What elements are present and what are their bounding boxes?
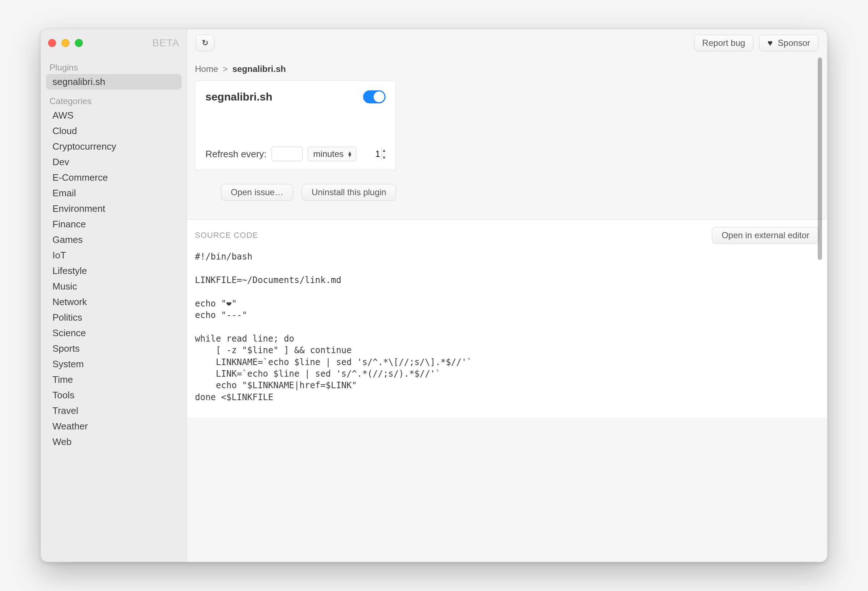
source-code-label: SOURCE CODE [195,231,258,240]
source-header: SOURCE CODE Open in external editor [187,220,827,244]
sponsor-label: Sponsor [778,38,810,48]
refresh-unit-value: minutes [313,149,344,159]
sidebar-category-item[interactable]: Sports [46,341,182,357]
plugin-title: segnalibri.sh [205,91,272,103]
sidebar-plugin-item[interactable]: segnalibri.sh [46,74,182,90]
sidebar-category-item[interactable]: IoT [46,248,182,263]
sidebar-category-item[interactable]: Network [46,294,182,310]
app-window: BETA Plugins segnalibri.sh Categories AW… [40,29,828,562]
sidebar-category-item[interactable]: Tools [46,388,182,403]
sidebar-category-item[interactable]: Email [46,186,182,201]
sidebar-category-item[interactable]: Web [46,434,182,450]
content-scroll[interactable]: Home > segnalibri.sh segnalibri.sh Refre… [187,57,827,562]
refresh-button[interactable]: ↻ [196,35,214,51]
breadcrumb-current: segnalibri.sh [232,64,286,74]
refresh-stepper[interactable]: ▲ ▼ [382,147,386,161]
sidebar-category-item[interactable]: Dev [46,154,182,170]
sidebar-category-item[interactable]: Science [46,325,182,341]
sidebar-category-item[interactable]: Cryptocurrency [46,139,182,154]
titlebar: BETA [41,29,187,57]
plugin-enable-toggle[interactable] [363,90,385,103]
sidebar-category-item[interactable]: Music [46,279,182,294]
uninstall-label: Uninstall this plugin [311,187,386,197]
sidebar-category-item[interactable]: Environment [46,201,182,217]
sidebar-section-plugins: Plugins [46,60,182,74]
sidebar-category-item[interactable]: Time [46,372,182,388]
report-bug-label: Report bug [703,38,745,48]
stepper-up-icon[interactable]: ▲ [382,147,386,154]
refresh-label: Refresh every: [205,149,267,160]
report-bug-button[interactable]: Report bug [694,35,754,51]
refresh-value-field[interactable]: ▲ ▼ [272,147,303,161]
close-window-button[interactable] [48,39,56,47]
sidebar-category-item[interactable]: Weather [46,419,182,434]
sidebar-category-item[interactable]: System [46,357,182,372]
open-external-editor-button[interactable]: Open in external editor [712,227,819,244]
window-controls [48,39,83,47]
uninstall-button[interactable]: Uninstall this plugin [302,184,396,200]
open-external-editor-label: Open in external editor [722,230,809,240]
main-area: ↻ Report bug ♥ Sponsor Home > segnalibri… [187,29,827,562]
sidebar-category-item[interactable]: Politics [46,310,182,325]
minimize-window-button[interactable] [62,39,69,47]
beta-badge: BETA [152,37,179,49]
stepper-down-icon[interactable]: ▼ [382,154,386,161]
refresh-icon: ↻ [202,38,208,48]
refresh-unit-select[interactable]: minutes ▲▼ [308,147,356,161]
breadcrumb-separator: > [223,64,228,74]
fullscreen-window-button[interactable] [75,39,83,47]
sponsor-button[interactable]: ♥ Sponsor [759,35,818,51]
select-chevron-icon: ▲▼ [347,151,352,157]
source-code: #!/bin/bash LINKFILE=~/Documents/link.md… [187,244,827,417]
open-issue-button[interactable]: Open issue… [221,184,293,200]
sidebar-category-item[interactable]: Cloud [46,123,182,139]
sidebar-category-item[interactable]: Games [46,232,182,248]
breadcrumb-home[interactable]: Home [195,64,218,74]
sidebar-section-categories: Categories [46,94,182,108]
sidebar-category-item[interactable]: AWS [46,108,182,123]
heart-icon: ♥ [768,38,772,48]
sidebar-category-item[interactable]: E-Commerce [46,170,182,186]
open-issue-label: Open issue… [231,187,283,197]
toolbar: ↻ Report bug ♥ Sponsor [187,29,827,57]
sidebar-scroll: Plugins segnalibri.sh Categories AWSClou… [41,57,187,562]
sidebar-category-item[interactable]: Finance [46,217,182,232]
sidebar: BETA Plugins segnalibri.sh Categories AW… [41,29,187,562]
sidebar-category-item[interactable]: Travel [46,403,182,419]
plugin-card: segnalibri.sh Refresh every: ▲ ▼ [195,81,396,170]
sidebar-category-item[interactable]: Lifestyle [46,263,182,279]
breadcrumb: Home > segnalibri.sh [195,64,819,74]
scrollbar-thumb[interactable] [818,57,822,260]
